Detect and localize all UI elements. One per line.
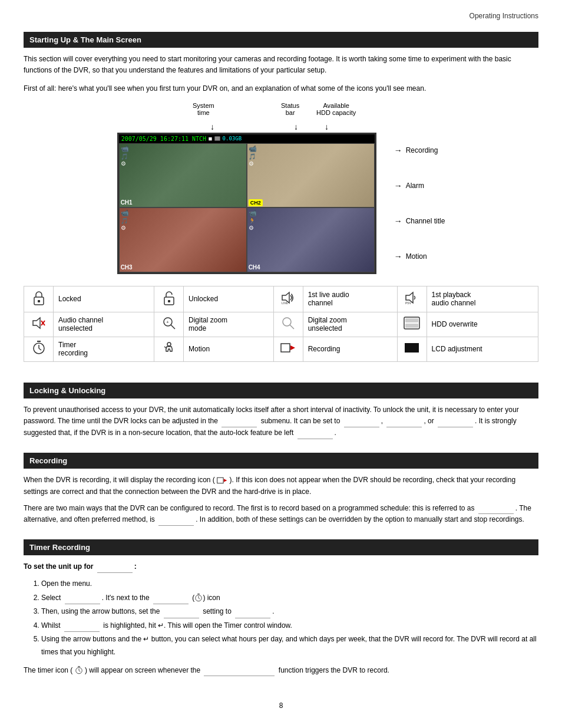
svg-line-34: [79, 671, 80, 672]
ch1-label: CH1: [121, 199, 133, 206]
svg-point-23: [167, 342, 171, 346]
ch2-label: CH2: [249, 199, 263, 206]
dvr-right-labels: → Recording → Alarm → Channel title → Mo…: [382, 133, 445, 274]
header-title: Operating Instructions: [470, 12, 538, 20]
label-channel-title: → Channel title: [394, 216, 445, 226]
icon-playback-audio: PSV: [397, 286, 427, 312]
timer-icon-step2: [194, 594, 203, 602]
blank-timer-setup: [97, 572, 133, 573]
section3-header: Recording: [24, 453, 538, 469]
section4-subtitle: To set the unit up for :: [24, 561, 538, 573]
arrow-motion: →: [394, 252, 402, 261]
icon-row-1: Locked Unlocked LIVE: [24, 286, 538, 312]
section4-timer-text: The timer icon ( ) will appear on screen…: [24, 665, 538, 677]
status-bar-time: 2007/05/29 16:27:11 NTCH: [121, 136, 207, 142]
ch4-icons: 📹 🏃 ⚙: [249, 209, 257, 231]
dvr-diagram: Systemtime Statusbar AvailableHDD capaci…: [24, 102, 538, 274]
ch2-icons: 📹 🎵 ⚙: [249, 145, 257, 167]
arrow-channel-title: →: [394, 216, 402, 226]
step-1: Open the menu.: [41, 578, 538, 591]
icon-digital-zoom-unselected: [273, 312, 303, 337]
label-recording: → Recording: [394, 146, 445, 155]
svg-rect-17: [405, 318, 418, 322]
svg-rect-3: [168, 300, 170, 302]
svg-line-15: [290, 325, 294, 329]
icon-digital-zoom-mode: +: [154, 312, 184, 337]
arrow-system-time: ↓: [210, 122, 214, 131]
timer-icon-footer: [75, 666, 83, 674]
section3-text1: When the DVR is recording, it will displ…: [24, 475, 538, 498]
svg-marker-8: [33, 318, 40, 328]
section2-header: Locking & Unlocking: [24, 383, 538, 398]
step-3: Then, using the arrow buttons, set the s…: [41, 605, 538, 618]
ch2-highlighted-label: CH2: [249, 199, 263, 206]
arrow-hdd: ↓: [325, 122, 329, 131]
label-digital-zoom-unselected: Digital zoomunselected: [303, 312, 397, 337]
dvr-channel-3: 📹 🎵 ⚙ CH3: [119, 207, 247, 272]
icon-unlocked: [154, 286, 184, 312]
icon-hdd-overwrite: [397, 312, 427, 337]
hdd-icon: [214, 136, 220, 141]
section-starting-up: Starting Up & The Main Screen This secti…: [24, 32, 538, 383]
blank-time2: [386, 427, 422, 427]
label-system-time: Systemtime: [193, 102, 214, 116]
timer-steps-list: Open the menu. Select . It's next to the…: [41, 578, 538, 659]
svg-point-14: [283, 318, 291, 326]
arrow-status: ↓: [294, 122, 298, 131]
section1-header: Starting Up & The Main Screen: [24, 32, 538, 48]
dvr-screen-container: 2007/05/29 16:27:11 NTCH ■ 0.03GB 📹 🎵 ⚙ …: [117, 133, 445, 274]
step-4: Whilst is highlighted, hit ↵. This will …: [41, 620, 538, 633]
label-digital-zoom-mode: Digital zoommode: [184, 312, 274, 337]
svg-text:PSV: PSV: [405, 301, 412, 305]
label-locked: Locked: [54, 286, 154, 312]
recording-icon-inline: [217, 476, 227, 485]
label-motion: → Motion: [394, 252, 445, 261]
blank-on: [297, 439, 333, 439]
ch4-label: CH4: [249, 264, 260, 271]
label-hdd-overwrite: HDD overwrite: [427, 312, 538, 337]
svg-marker-27: [224, 479, 227, 482]
icon-motion: [154, 337, 184, 361]
blank-value: [235, 618, 270, 618]
ch1-icons: 📹 🎵 ⚙: [121, 145, 129, 167]
icon-audio-live: LIVE: [273, 286, 303, 312]
label-alarm: → Alarm: [394, 181, 445, 190]
step-5: Using the arrow buttons and the ↵ button…: [41, 633, 538, 658]
svg-text:+: +: [166, 319, 169, 325]
section-recording: Recording When the DVR is recording, it …: [24, 453, 538, 539]
svg-line-12: [171, 325, 175, 329]
blank-function: [204, 676, 275, 676]
intro-text-1: This section will cover everything you n…: [24, 54, 538, 76]
section3-text2: There are two main ways that the DVR can…: [24, 503, 538, 526]
dvr-channel-4: 📹 🏃 ⚙ CH4: [247, 207, 375, 272]
blank-submenu: [222, 427, 257, 427]
label-lcd-adjustment: LCD adjustment: [427, 337, 538, 361]
label-audio-unselected: Audio channelunselected: [54, 312, 154, 337]
label-audio-live: 1st live audiochannel: [303, 286, 397, 312]
blank-schedule: [478, 513, 514, 514]
icon-timer-recording: [24, 337, 54, 361]
section2-text: To prevent unauthorised access to your D…: [24, 404, 538, 439]
label-unlocked: Unlocked: [184, 286, 274, 312]
blank-setting: [164, 618, 199, 618]
section4-header: Timer Recording: [24, 539, 538, 555]
svg-rect-18: [405, 324, 418, 328]
page-header: Operating Instructions: [24, 12, 538, 20]
icon-row-2: Audio channelunselected + Digital zoommo…: [24, 312, 538, 337]
icon-audio-unselected: [24, 312, 54, 337]
arrow-recording: →: [394, 146, 402, 155]
dvr-channel-2: 📹 🎵 ⚙ CH2: [247, 143, 375, 208]
icons-reference-table: Locked Unlocked LIVE: [24, 286, 538, 362]
ch3-icons: 📹 🎵 ⚙: [121, 209, 129, 231]
blank-time3: [438, 427, 473, 427]
intro-text-2: First of all: here's what you'll see whe…: [24, 83, 538, 94]
label-status-bar: Statusbar: [281, 102, 299, 116]
icon-lcd-adjustment: [397, 337, 427, 361]
arrow-alarm: →: [394, 181, 402, 190]
ch3-label: CH3: [121, 264, 133, 271]
section-locking: Locking & Unlocking To prevent unauthori…: [24, 383, 538, 453]
icon-row-3: Timerrecording Motion Recording: [24, 337, 538, 361]
label-hdd-capacity: AvailableHDD capacity: [316, 102, 356, 116]
label-timer-recording: Timerrecording: [54, 337, 154, 361]
svg-line-21: [39, 348, 41, 350]
